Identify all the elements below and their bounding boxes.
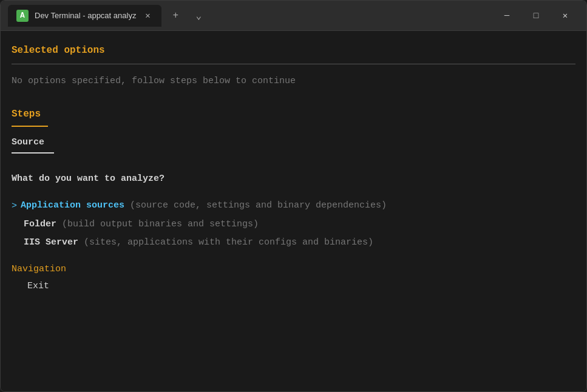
- app-sources-desc: (source code, settings and binary depend…: [130, 200, 387, 211]
- menu-item-app-sources[interactable]: > Application sources (source code, sett…: [12, 198, 575, 214]
- menu-arrow-icon: >: [12, 199, 17, 214]
- tab-close-button[interactable]: ✕: [142, 10, 153, 21]
- menu-item-iis-server[interactable]: IIS Server (sites, applications with the…: [24, 235, 575, 250]
- navigation-title: Navigation: [12, 262, 575, 277]
- menu-list: > Application sources (source code, sett…: [12, 198, 575, 250]
- no-options-text: No options specified, follow steps below…: [12, 74, 575, 89]
- iis-server-desc: (sites, applications with their configs …: [84, 237, 373, 248]
- close-button[interactable]: ✕: [551, 5, 579, 27]
- iis-server-text: IIS Server (sites, applications with the…: [24, 235, 373, 250]
- selected-options-title: Selected options: [12, 43, 575, 59]
- tab-title: Dev Terminal - appcat analyz: [35, 11, 136, 20]
- terminal-window: A Dev Terminal - appcat analyz ✕ + ⌄ ─: [0, 0, 587, 392]
- exit-item[interactable]: Exit: [27, 279, 575, 294]
- maximize-button[interactable]: □: [522, 5, 550, 27]
- minimize-button[interactable]: ─: [493, 5, 521, 27]
- titlebar: A Dev Terminal - appcat analyz ✕ + ⌄ ─: [1, 1, 586, 31]
- terminal-body: Selected options No options specified, f…: [1, 31, 586, 391]
- folder-keyword: Folder: [24, 219, 62, 229]
- source-underline: [12, 152, 54, 154]
- folder-text: Folder (build output binaries and settin…: [24, 217, 259, 232]
- folder-desc: (build output binaries and settings): [62, 219, 259, 229]
- window-controls: ─ □ ✕: [493, 5, 579, 27]
- steps-title: Steps: [12, 107, 575, 123]
- tab-dropdown-button[interactable]: ⌄: [189, 7, 208, 25]
- app-sources-keyword: Application sources: [21, 200, 130, 211]
- tab-container: A Dev Terminal - appcat analyz ✕ + ⌄: [8, 5, 493, 27]
- source-label: Source: [12, 135, 575, 150]
- analyze-question: What do you want to analyze?: [12, 172, 575, 186]
- divider: [12, 64, 575, 64]
- app-icon: A: [16, 10, 29, 22]
- menu-item-folder[interactable]: Folder (build output binaries and settin…: [24, 217, 575, 232]
- new-tab-button[interactable]: +: [166, 7, 185, 25]
- titlebar-actions: + ⌄: [166, 7, 208, 25]
- steps-underline: [12, 126, 48, 127]
- active-tab[interactable]: A Dev Terminal - appcat analyz ✕: [8, 5, 161, 27]
- iis-server-keyword: IIS Server: [24, 237, 84, 248]
- app-sources-text: Application sources (source code, settin…: [21, 198, 387, 213]
